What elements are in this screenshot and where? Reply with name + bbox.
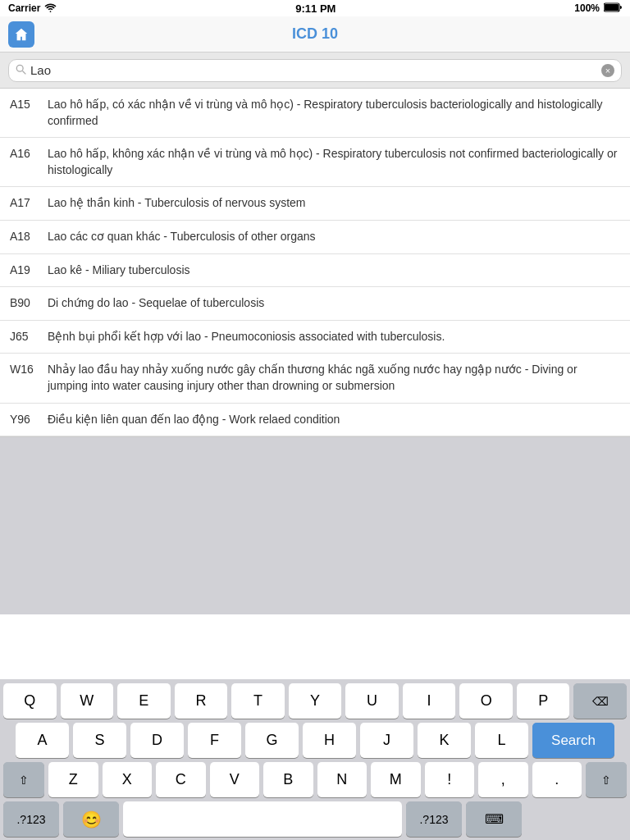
key-g[interactable]: G: [245, 723, 299, 758]
result-row[interactable]: A19Lao kê - Miliary tuberculosis: [0, 254, 630, 288]
keyboard: QWERTYUIOP⌫ ASDFGHJKLSearch ⇧ZXCVBNM!,.⇧…: [0, 679, 630, 840]
key-X[interactable]: X: [103, 762, 153, 797]
result-row[interactable]: A17Lao hệ thần kinh - Tuberculosis of ne…: [0, 187, 630, 221]
empty-area: [0, 437, 630, 614]
result-text: Lao các cơ quan khác - Tuberculosis of o…: [48, 229, 620, 245]
svg-line-3: [22, 71, 25, 74]
svg-rect-1: [605, 4, 619, 11]
key-e[interactable]: E: [117, 683, 171, 719]
key-u[interactable]: U: [345, 683, 399, 719]
key-o[interactable]: O: [459, 683, 513, 719]
key-Z[interactable]: Z: [48, 762, 98, 797]
keyboard-row-3: ⇧ZXCVBNM!,.⇧: [0, 758, 630, 797]
search-key[interactable]: Search: [532, 723, 614, 758]
result-code: Y96: [10, 412, 41, 428]
num2-key[interactable]: .?123: [406, 801, 462, 837]
result-code: A19: [10, 262, 41, 279]
key-N[interactable]: N: [317, 762, 368, 797]
space-key[interactable]: [123, 801, 402, 837]
key-i[interactable]: I: [403, 683, 456, 719]
result-code: J65: [10, 329, 41, 345]
key-w[interactable]: W: [61, 683, 114, 719]
key-a[interactable]: A: [16, 723, 69, 758]
keyboard-row-2: ASDFGHJKLSearch: [0, 719, 630, 758]
key-s[interactable]: S: [73, 723, 126, 758]
result-row[interactable]: W16Nhảy lao đầu hay nhảy xuống nước gây …: [0, 354, 630, 403]
result-text: Nhảy lao đầu hay nhảy xuống nước gây chấ…: [48, 362, 620, 394]
key-r[interactable]: R: [175, 683, 228, 719]
result-code: A18: [10, 229, 41, 245]
key-C[interactable]: C: [156, 762, 206, 797]
result-text: Lao hệ thần kinh - Tuberculosis of nervo…: [48, 195, 620, 212]
result-text: Bệnh bụi phổi kết hợp với lao - Pneumoco…: [48, 329, 620, 345]
key-d[interactable]: D: [130, 723, 184, 758]
page-title: ICD 10: [292, 25, 338, 43]
key-q[interactable]: Q: [3, 683, 57, 719]
carrier-text: Carrier: [8, 2, 40, 14]
key-y[interactable]: Y: [289, 683, 342, 719]
key-V[interactable]: V: [210, 762, 260, 797]
nav-bar: ICD 10: [0, 16, 630, 52]
result-row[interactable]: B90Di chứng do lao - Sequelae of tubercu…: [0, 287, 630, 321]
result-row[interactable]: A15Lao hô hấp, có xác nhận về vi trùng v…: [0, 89, 630, 138]
search-clear-button[interactable]: ×: [601, 64, 614, 77]
num-key[interactable]: .?123: [3, 801, 59, 837]
keyboard-dismiss-key[interactable]: ⌨: [466, 801, 522, 837]
key-f[interactable]: F: [188, 723, 241, 758]
search-input-wrap[interactable]: ×: [8, 59, 622, 82]
status-right: 100%: [574, 2, 622, 15]
result-text: Lao hô hấp, không xác nhận về vi trùng v…: [48, 146, 620, 178]
result-code: A15: [10, 97, 41, 129]
result-code: A17: [10, 195, 41, 212]
result-code: W16: [10, 362, 41, 394]
search-bar: ×: [0, 52, 630, 89]
result-code: A16: [10, 146, 41, 178]
result-row[interactable]: Y96Điều kiện liên quan đến lao động - Wo…: [0, 404, 630, 437]
key-,[interactable]: ,: [478, 762, 528, 797]
result-text: Di chứng do lao - Sequelae of tuberculos…: [48, 295, 620, 312]
key-.[interactable]: .: [532, 762, 582, 797]
battery-text: 100%: [574, 2, 600, 14]
shift-left-key[interactable]: ⇧: [3, 762, 44, 797]
key-M[interactable]: M: [371, 762, 421, 797]
backspace-key[interactable]: ⌫: [573, 683, 627, 719]
home-button[interactable]: [8, 21, 34, 48]
key-l[interactable]: L: [475, 723, 528, 758]
time-text: 9:11 PM: [295, 2, 336, 15]
results-list: A15Lao hô hấp, có xác nhận về vi trùng v…: [0, 89, 630, 437]
keyboard-bottom-row: .?123😊.?123⌨: [0, 797, 630, 840]
keyboard-row-1: QWERTYUIOP⌫: [0, 679, 630, 719]
result-row[interactable]: J65Bệnh bụi phổi kết hợp với lao - Pneum…: [0, 321, 630, 354]
search-input[interactable]: [30, 63, 601, 77]
key-t[interactable]: T: [231, 683, 285, 719]
shift-right-key[interactable]: ⇧: [586, 762, 627, 797]
result-code: B90: [10, 295, 41, 312]
key-![interactable]: !: [425, 762, 475, 797]
key-j[interactable]: J: [360, 723, 413, 758]
status-left: Carrier: [8, 2, 57, 15]
battery-icon: [604, 2, 622, 15]
key-p[interactable]: P: [517, 683, 570, 719]
result-row[interactable]: A16Lao hô hấp, không xác nhận về vi trùn…: [0, 138, 630, 187]
wifi-icon: [44, 2, 57, 15]
result-row[interactable]: A18Lao các cơ quan khác - Tuberculosis o…: [0, 221, 630, 254]
result-text: Lao kê - Miliary tuberculosis: [48, 262, 620, 279]
status-bar: Carrier 9:11 PM 100%: [0, 0, 630, 16]
key-B[interactable]: B: [263, 762, 313, 797]
result-text: Lao hô hấp, có xác nhận về vi trùng và m…: [48, 97, 620, 129]
svg-point-2: [16, 65, 23, 71]
result-text: Điều kiện liên quan đến lao động - Work …: [48, 412, 620, 428]
key-h[interactable]: H: [303, 723, 356, 758]
key-k[interactable]: K: [418, 723, 471, 758]
search-icon: [16, 64, 26, 77]
emoji-key[interactable]: 😊: [63, 801, 119, 837]
